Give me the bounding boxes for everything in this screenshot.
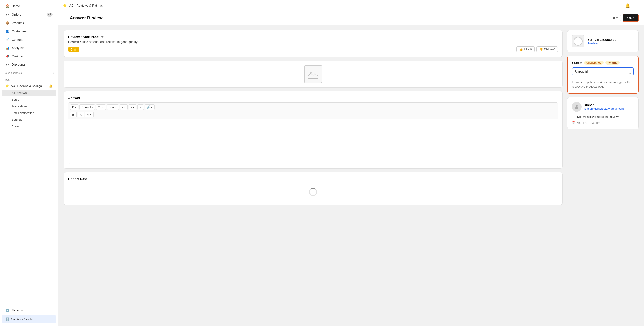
notify-checkbox[interactable] [572, 115, 575, 118]
like-button[interactable]: 👍 Like 0 [516, 46, 535, 52]
topbar-title: AC - Reviews & Ratings [69, 4, 103, 8]
products-icon: 📦 [5, 21, 10, 25]
apps-section[interactable]: Apps › [0, 75, 58, 82]
content-area: Review : Nice Product Review : Nice prod… [58, 25, 644, 326]
text-size-icon: T [98, 105, 100, 109]
review-footer: 5 ⭐ 👍 Like 0 👎 Dislike 0 [68, 46, 558, 52]
pen-button[interactable]: ✏ [137, 104, 144, 110]
product-image-inner [574, 37, 582, 46]
table-button[interactable]: ⊞ [70, 112, 77, 117]
product-preview-link[interactable]: Preview [588, 42, 598, 45]
sidebar-item-products[interactable]: 📦 Products [2, 19, 56, 27]
align-button[interactable]: ≡ ▾ [128, 104, 137, 110]
status-card: Status Unpublished Pending Unpublish Pub… [567, 56, 639, 94]
status-badge-pending: Pending [605, 61, 620, 65]
text-size-button[interactable]: T ↕ ▾ [96, 104, 106, 110]
reviewer-info: kinnari kinnarikushwah21@gmail.com [572, 102, 634, 112]
answer-card: Answer B ▾ Normal ▾ T ↕ ▾ [64, 91, 562, 169]
list-button[interactable]: ≡ ▾ [120, 104, 128, 110]
info-icon: ℹ️ [5, 317, 9, 321]
report-card: Report Data [64, 172, 562, 205]
sidebar-item-settings[interactable]: ⚙️ Settings [2, 306, 56, 314]
sidebar-sub-setup[interactable]: Setup [2, 96, 56, 103]
page-header-actions: ⚙ ▾ Save [610, 14, 639, 22]
sidebar-app-ac-reviews[interactable]: ⭐ AC - Reviews & Ratings 🔔 [2, 82, 56, 89]
reviewer-name: kinnari [584, 103, 624, 107]
sidebar-item-marketing[interactable]: 📣 Marketing [2, 52, 56, 60]
home-icon: 🏠 [5, 4, 10, 8]
pen-icon: ✏ [139, 105, 142, 109]
marketing-icon: 📣 [5, 54, 10, 58]
font-select[interactable]: Font ▾ [107, 104, 119, 110]
normal-select[interactable]: Normal ▾ [80, 104, 95, 110]
review-date: Mar 1 at 12:39 pm [577, 121, 600, 124]
sidebar-item-customers[interactable]: 👤 Customers [2, 27, 56, 35]
dislike-button[interactable]: 👎 Dislike 0 [536, 46, 558, 52]
bell-icon-button[interactable]: 🔔 [624, 2, 631, 9]
right-column: 7 Shakra Bracelet Preview Status Unpubli… [567, 30, 639, 321]
customers-icon: 👤 [5, 30, 10, 33]
sidebar-sub-pricing[interactable]: Pricing [2, 123, 56, 130]
customize-button[interactable]: ⚙ ▾ [610, 15, 621, 22]
link-icon: 🔗 [147, 105, 150, 109]
normal-dropdown-icon: ▾ [92, 105, 93, 109]
image-card [64, 61, 562, 88]
text-size-dropdown-icon: ▾ [102, 105, 104, 109]
product-name: 7 Shakra Bracelet [588, 38, 616, 41]
sidebar-bottom: ⚙️ Settings ℹ️ Non-transferable [0, 304, 58, 326]
report-title: Report Data [68, 177, 558, 181]
review-title: Review : Nice Product [68, 35, 558, 39]
sidebar-item-discounts[interactable]: 🏷 Discounts [2, 60, 56, 69]
svg-point-2 [576, 105, 578, 107]
link-button[interactable]: 🔗 ▾ [145, 104, 154, 110]
back-button[interactable]: ← [64, 16, 68, 20]
eraser-button[interactable]: ◎ [78, 112, 84, 117]
star-icon: ⭐ [5, 84, 9, 88]
sidebar-sub-translations[interactable]: Translations [2, 103, 56, 109]
editor-toolbar: B ▾ Normal ▾ T ↕ ▾ Font ▾ [68, 102, 558, 119]
status-select[interactable]: Unpublish Publish [572, 67, 634, 75]
sidebar: 🏠 Home 🏷 Orders 43 📦 Products 👤 Customer… [0, 0, 58, 326]
undo-icon: ↺ [87, 113, 90, 116]
sidebar-sub-email-notification[interactable]: Email Notification [2, 110, 56, 116]
non-transferable-item[interactable]: ℹ️ Non-transferable [2, 315, 56, 323]
reviewer-details: kinnari kinnarikushwah21@gmail.com [584, 103, 624, 110]
reviewer-email[interactable]: kinnarikushwah21@gmail.com [584, 107, 624, 110]
notify-label: Notify reviewer about the review [577, 115, 618, 118]
topbar-star-icon: ⭐ [62, 3, 67, 8]
sales-channels-section[interactable]: Sales channels › [0, 69, 58, 75]
review-actions: 👍 Like 0 👎 Dislike 0 [516, 46, 558, 52]
topbar-right: 🔔 ⋯ [624, 2, 640, 9]
dislike-icon: 👎 [539, 48, 543, 51]
more-options-button[interactable]: ⋯ [634, 2, 640, 9]
sidebar-item-orders[interactable]: 🏷 Orders 43 [2, 10, 56, 19]
sidebar-item-analytics[interactable]: 📊 Analytics [2, 44, 56, 52]
save-button[interactable]: Save [622, 14, 639, 22]
report-loading [68, 183, 558, 200]
answer-label: Answer [68, 96, 558, 100]
table-icon: ⊞ [72, 113, 75, 116]
list-icon: ≡ [122, 105, 124, 109]
review-card: Review : Nice Product Review : Nice prod… [64, 30, 562, 57]
sidebar-sub-all-reviews[interactable]: All Reviews [2, 90, 56, 96]
reviewer-card: kinnari kinnarikushwah21@gmail.com Notif… [567, 97, 639, 129]
image-placeholder [304, 65, 322, 83]
orders-badge: 43 [46, 13, 52, 17]
notify-row: Notify reviewer about the review [572, 115, 634, 118]
sidebar-sub-settings[interactable]: Settings [2, 116, 56, 123]
undo-button[interactable]: ↺ ▾ [85, 112, 94, 117]
sidebar-item-content[interactable]: 📄 Content [2, 36, 56, 44]
left-column: Review : Nice Product Review : Nice prod… [64, 30, 562, 321]
reviewer-avatar [572, 102, 582, 112]
product-card: 7 Shakra Bracelet Preview [567, 30, 639, 52]
product-details: 7 Shakra Bracelet Preview [588, 38, 616, 45]
sidebar-item-home[interactable]: 🏠 Home [2, 2, 56, 10]
undo-dropdown-icon: ▾ [90, 113, 92, 116]
editor-body[interactable] [68, 119, 558, 164]
status-description: From here, publish reviews and ratings f… [572, 80, 634, 89]
bold-button[interactable]: B ▾ [70, 104, 78, 110]
customize-icon: ⚙ [613, 16, 616, 20]
date-row: 📅 Mar 1 at 12:39 pm [572, 121, 634, 124]
list-dropdown-icon: ▾ [124, 105, 126, 109]
status-label: Status [572, 61, 582, 65]
